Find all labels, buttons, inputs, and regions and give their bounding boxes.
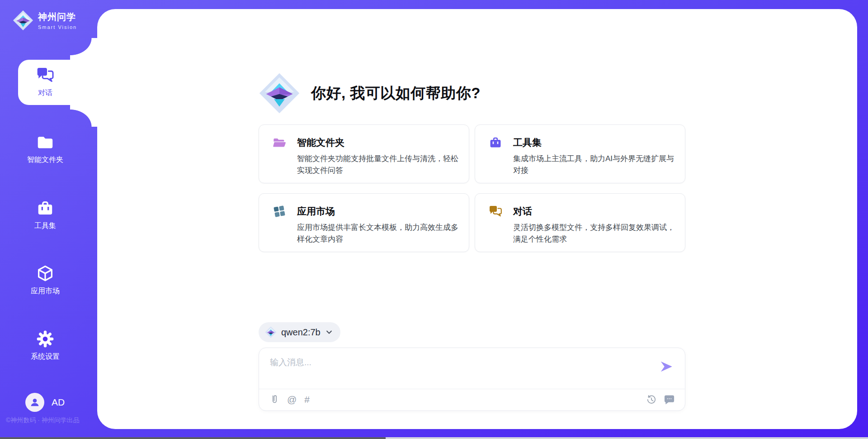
sidebar-item-toolset[interactable]: 工具集: [0, 199, 90, 231]
send-icon[interactable]: [659, 359, 674, 374]
brand-name: 神州问学: [38, 11, 77, 23]
sidebar-item-label: 系统设置: [0, 352, 90, 362]
card-description: 灵活切换多模型文件，支持多样回复效果调试，满足个性化需求: [513, 222, 677, 245]
card-toolset[interactable]: 工具集 集成市场上主流工具，助力AI与外界无缝扩展与对接: [475, 124, 685, 183]
message-composer: @ #: [259, 348, 685, 411]
greeting-title: 你好, 我可以如何帮助你?: [311, 83, 481, 104]
sidebar-item-label: 智能文件夹: [0, 155, 90, 165]
user-initials: AD: [52, 397, 65, 408]
card-chat[interactable]: 对话 灵活切换多模型文件，支持多样回复效果调试，满足个性化需求: [475, 193, 685, 252]
active-tab-fillet-bottom: [70, 105, 98, 127]
folder-open-icon: [273, 136, 286, 149]
feature-cards: 智能文件夹 智能文件夹功能支持批量文件上传与清洗，轻松实现文件问答 工具集 集成…: [259, 124, 685, 252]
at-icon[interactable]: @: [287, 394, 297, 405]
sidebar-item-smart-folder[interactable]: 智能文件夹: [0, 133, 90, 165]
logo-diamond-icon: [259, 72, 300, 114]
folder-icon: [36, 133, 54, 151]
app-background: 神州问学 Smart Vision 对话 智能文件夹 工具集 应用市场 系统设置: [0, 0, 868, 439]
chat-bubbles-icon: [36, 66, 54, 84]
brand-text: 神州问学 Smart Vision: [38, 11, 77, 30]
main-panel: 你好, 我可以如何帮助你? 智能文件夹 智能文件夹功能支持批量文件上传与清洗，轻…: [97, 9, 857, 429]
sidebar: 神州问学 Smart Vision 对话 智能文件夹 工具集 应用市场 系统设置: [0, 0, 97, 439]
card-title: 对话: [513, 205, 532, 218]
composer-tools-right: [646, 394, 675, 405]
cube-icon: [36, 264, 54, 282]
sidebar-item-app-market[interactable]: 应用市场: [0, 264, 90, 296]
card-description: 智能文件夹功能支持批量文件上传与清洗，轻松实现文件问答: [297, 153, 461, 176]
active-tab-fillet-top: [70, 38, 98, 60]
toolbox-icon: [36, 199, 54, 217]
person-icon: [29, 396, 41, 408]
composer-tools-left: @ #: [269, 394, 310, 405]
gear-icon: [36, 330, 54, 348]
sidebar-item-settings[interactable]: 系统设置: [0, 330, 90, 362]
scrollbar-thumb[interactable]: [0, 437, 386, 439]
message-input[interactable]: [270, 355, 641, 370]
brand: 神州问学 Smart Vision: [13, 10, 77, 31]
composer-divider: [259, 389, 685, 389]
card-title: 工具集: [513, 136, 542, 149]
card-header: 对话: [489, 205, 675, 218]
card-description: 集成市场上主流工具，助力AI与外界无缝扩展与对接: [513, 153, 677, 176]
brand-subtitle: Smart Vision: [38, 24, 77, 30]
model-selector[interactable]: qwen2:7b: [259, 322, 340, 342]
card-smart-folder[interactable]: 智能文件夹 智能文件夹功能支持批量文件上传与清洗，轻松实现文件问答: [259, 124, 469, 183]
sidebar-item-label: 对话: [0, 88, 90, 98]
card-header: 应用市场: [273, 205, 459, 218]
chat-bubbles-icon: [489, 205, 502, 218]
avatar: [25, 393, 44, 412]
brand-logo-icon: [13, 10, 33, 31]
toolbox-icon: [489, 136, 502, 149]
sidebar-item-chat[interactable]: 对话: [0, 66, 90, 98]
card-app-market[interactable]: 应用市场 应用市场提供丰富长文本模板，助力高效生成多样化文章内容: [259, 193, 469, 252]
card-header: 智能文件夹: [273, 136, 459, 149]
user-profile[interactable]: AD: [25, 393, 65, 412]
chevron-down-icon: [325, 328, 333, 336]
sidebar-item-label: 工具集: [0, 221, 90, 231]
history-icon[interactable]: [646, 394, 656, 405]
paperclip-icon[interactable]: [269, 394, 279, 405]
sidebar-item-label: 应用市场: [0, 286, 90, 296]
card-description: 应用市场提供丰富长文本模板，助力高效生成多样化文章内容: [297, 222, 461, 245]
copyright-text: ©神州数码 · 神州问学出品: [6, 416, 80, 425]
horizontal-scrollbar[interactable]: [0, 437, 868, 439]
hash-icon[interactable]: #: [304, 394, 310, 405]
message-icon[interactable]: [664, 394, 675, 405]
card-title: 应用市场: [297, 205, 335, 218]
card-header: 工具集: [489, 136, 675, 149]
model-name: qwen2:7b: [281, 327, 321, 338]
grid-icon: [273, 205, 286, 218]
logo-diamond-icon: [265, 326, 277, 338]
greeting: 你好, 我可以如何帮助你?: [259, 72, 481, 114]
card-title: 智能文件夹: [297, 136, 344, 149]
